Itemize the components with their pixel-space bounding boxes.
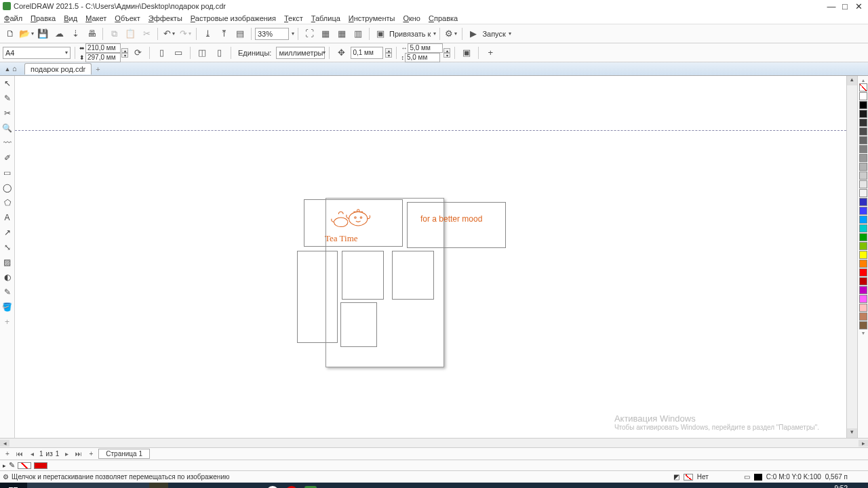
add-tool-icon[interactable]: + bbox=[1, 316, 14, 328]
current-page-icon[interactable]: ▯ bbox=[212, 45, 226, 60]
color-swatch[interactable] bbox=[859, 233, 867, 241]
fullscreen-icon[interactable]: ⛶ bbox=[302, 26, 317, 41]
prev-page-icon[interactable]: ◂ bbox=[27, 450, 37, 458]
menu-bitmaps[interactable]: Растровые изображения bbox=[191, 14, 276, 22]
add-preset-icon[interactable]: + bbox=[483, 45, 498, 60]
zoom-combo[interactable]: 33% bbox=[255, 28, 289, 40]
color-swatch[interactable] bbox=[859, 224, 867, 232]
grid-icon[interactable]: ▦ bbox=[334, 26, 349, 41]
last-page-icon[interactable]: ⏭ bbox=[74, 450, 83, 458]
snap-to-dropdown[interactable]: Привязать к▾ bbox=[389, 30, 436, 38]
copy-icon[interactable]: ⧉ bbox=[106, 26, 121, 41]
vertical-scrollbar[interactable]: ▴ ▾ bbox=[846, 76, 857, 438]
dup-spinner[interactable]: ▴▾ bbox=[443, 48, 450, 58]
color-swatch[interactable] bbox=[859, 295, 867, 303]
outline-red-swatch[interactable] bbox=[34, 462, 47, 469]
next-page-icon[interactable]: ▸ bbox=[62, 450, 71, 458]
document-tab[interactable]: подарок род.cdr bbox=[24, 63, 92, 75]
nudge-input[interactable]: 0,1 мм bbox=[351, 47, 383, 59]
eyedropper-tool-icon[interactable]: ✎ bbox=[1, 286, 14, 298]
color-swatch[interactable] bbox=[859, 110, 867, 118]
color-swatch[interactable] bbox=[859, 145, 867, 153]
no-color-swatch[interactable] bbox=[859, 83, 867, 92]
cut-icon[interactable]: ✂ bbox=[139, 26, 154, 41]
task-view-icon[interactable]: ⊞ bbox=[168, 483, 187, 488]
artistic-media-icon[interactable]: ✐ bbox=[1, 152, 14, 164]
outline-indicator-icon[interactable]: ▭ bbox=[744, 473, 750, 481]
menu-view[interactable]: Вид bbox=[64, 14, 77, 22]
menu-object[interactable]: Объект bbox=[115, 14, 140, 22]
taskbar-corel-icon[interactable] bbox=[301, 483, 320, 488]
options-icon[interactable]: ⚙▾ bbox=[443, 26, 458, 41]
gear-icon[interactable]: ⚙ bbox=[3, 473, 9, 481]
color-swatch[interactable] bbox=[859, 189, 867, 197]
color-swatch[interactable] bbox=[859, 260, 867, 268]
add-page-after-icon[interactable]: + bbox=[86, 450, 96, 458]
zoom-tool-icon[interactable]: 🔍 bbox=[1, 122, 14, 134]
flyout-icon[interactable]: ▸ bbox=[3, 462, 6, 469]
menu-effects[interactable]: Эффекты bbox=[149, 14, 182, 22]
menu-help[interactable]: Справка bbox=[429, 14, 458, 22]
color-swatch[interactable] bbox=[859, 242, 867, 250]
color-swatch[interactable] bbox=[859, 101, 867, 109]
scroll-up-icon[interactable]: ▴ bbox=[847, 76, 857, 85]
color-swatch[interactable] bbox=[859, 207, 867, 215]
publish-pdf-icon[interactable]: ▤ bbox=[233, 26, 248, 41]
shape-tool-icon[interactable]: ✎ bbox=[1, 92, 14, 104]
close-button[interactable]: ✕ bbox=[852, 1, 865, 12]
redo-icon[interactable]: ↷▾ bbox=[178, 26, 193, 41]
export-icon[interactable]: ⤒ bbox=[216, 26, 231, 41]
rectangle-tool-icon[interactable]: ▭ bbox=[1, 167, 14, 179]
palette-up-icon[interactable]: ▴ bbox=[862, 77, 865, 83]
scroll-left-icon[interactable]: ◂ bbox=[0, 440, 9, 447]
color-swatch[interactable] bbox=[859, 321, 867, 329]
color-swatch[interactable] bbox=[859, 136, 867, 144]
taskbar-store-icon[interactable]: 🛍 bbox=[225, 483, 244, 488]
maximize-button[interactable]: □ bbox=[838, 1, 852, 12]
minimize-button[interactable]: — bbox=[825, 1, 838, 12]
cloud-up-icon[interactable]: ☁ bbox=[52, 26, 66, 41]
dup-x-input[interactable]: 5,0 мм bbox=[408, 43, 443, 53]
rulers-icon[interactable]: ▦ bbox=[318, 26, 333, 41]
color-swatch[interactable] bbox=[859, 198, 867, 206]
launch-dropdown[interactable]: Запуск▾ bbox=[482, 30, 511, 38]
portrait-icon[interactable]: ▯ bbox=[154, 45, 169, 60]
print-icon[interactable]: 🖶 bbox=[84, 26, 99, 41]
page-dim-spinner[interactable]: ▴▾ bbox=[121, 48, 128, 58]
color-swatch[interactable] bbox=[859, 92, 867, 100]
polygon-tool-icon[interactable]: ⬠ bbox=[1, 197, 14, 209]
color-swatch[interactable] bbox=[859, 312, 867, 321]
horizontal-guide[interactable] bbox=[15, 130, 846, 131]
menu-file[interactable]: Файл bbox=[4, 14, 22, 22]
treat-as-filled-icon[interactable]: ▣ bbox=[459, 45, 474, 60]
tray-clock[interactable]: 9:52 22.01.2025 bbox=[814, 485, 848, 488]
color-swatch[interactable] bbox=[859, 268, 867, 277]
pick-tool-icon[interactable]: ↖ bbox=[1, 77, 14, 89]
new-doc-icon[interactable]: 🗋 bbox=[3, 26, 18, 41]
taskbar-edge-icon[interactable]: 🌐 bbox=[187, 483, 206, 488]
menu-tools[interactable]: Инструменты bbox=[349, 14, 395, 22]
undo-icon[interactable]: ↶▾ bbox=[161, 26, 176, 41]
color-swatch[interactable] bbox=[859, 154, 867, 162]
color-swatch[interactable] bbox=[859, 180, 867, 188]
page-width-input[interactable]: 210,0 мм bbox=[85, 43, 121, 53]
color-swatch[interactable] bbox=[859, 251, 867, 259]
add-page-icon[interactable]: + bbox=[3, 450, 12, 458]
taskbar-app-2[interactable]: ◆ bbox=[244, 483, 263, 488]
units-combo[interactable]: миллиметры▾ bbox=[276, 47, 325, 59]
save-icon[interactable]: 💾 bbox=[35, 26, 50, 41]
menu-table[interactable]: Таблица bbox=[311, 14, 340, 22]
zoom-dropdown-icon[interactable]: ▾ bbox=[292, 30, 294, 37]
all-pages-icon[interactable]: ◫ bbox=[195, 45, 210, 60]
dup-y-input[interactable]: 5,0 мм bbox=[405, 53, 440, 62]
open-icon[interactable]: 📂▾ bbox=[19, 26, 34, 41]
color-swatch[interactable] bbox=[859, 163, 867, 171]
dropshadow-tool-icon[interactable]: ▨ bbox=[1, 256, 14, 268]
color-swatch[interactable] bbox=[859, 119, 867, 127]
cloud-down-icon[interactable]: ⇣ bbox=[68, 26, 83, 41]
scroll-down-icon[interactable]: ▾ bbox=[847, 428, 857, 438]
scroll-right-icon[interactable]: ▸ bbox=[859, 440, 868, 447]
canvas[interactable]: Tea Time for a better mood Активация Win… bbox=[15, 76, 846, 438]
page-tab[interactable]: Страница 1 bbox=[98, 449, 150, 459]
pick-tool-tab-icon[interactable]: ▲ bbox=[3, 66, 12, 73]
